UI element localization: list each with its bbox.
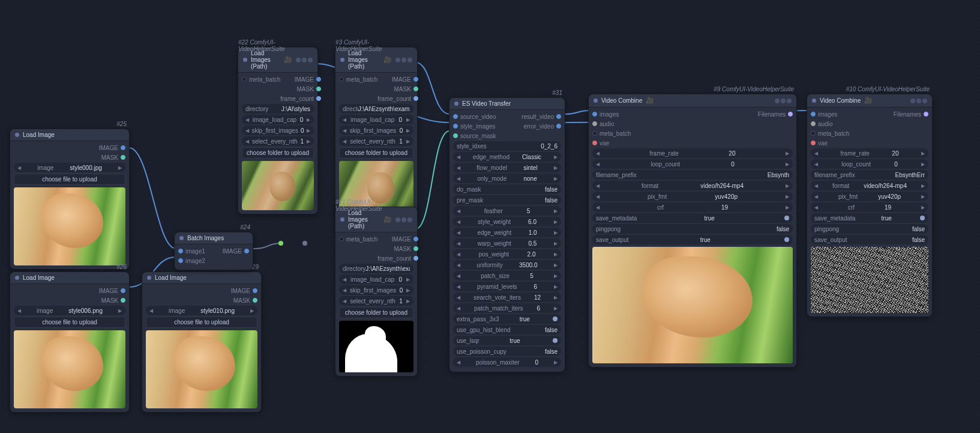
svg-point-0: [278, 241, 283, 246]
widget-edge-weight[interactable]: ◀edge_weight1.0▶: [453, 228, 561, 237]
node-id: #26: [116, 264, 127, 270]
widget-skip-first-images[interactable]: ◀skip_first_images0▶: [339, 126, 413, 135]
widget-filename-prefix[interactable]: filename_prefixEbsynth: [592, 170, 793, 180]
widget-patch-match-iters[interactable]: ◀patch_match_iters6▶: [453, 303, 561, 313]
widget-format[interactable]: ◀formatvideo/h264-mp4▶: [592, 181, 793, 190]
widget-frame-rate[interactable]: ◀frame_rate20▶: [592, 148, 793, 158]
upload-button[interactable]: choose file to upload: [14, 174, 125, 185]
upload-button[interactable]: choose folder to upload: [242, 147, 314, 159]
widget-style-idxes[interactable]: style_idxes0_2_6: [453, 141, 561, 151]
widget-save-output[interactable]: save_outputtrue: [592, 235, 793, 244]
widget-filename-prefix[interactable]: filename_prefixEbsynthErr: [811, 170, 928, 180]
node-load-images-path-11[interactable]: #11 ComfyUI-VideoHelperSuite Load Images…: [335, 207, 418, 377]
preview-image: [14, 330, 125, 408]
widget-frame-rate[interactable]: ◀frame_rate20▶: [811, 148, 928, 158]
vhs-icon: 🎥: [864, 97, 873, 104]
widget-do-mask[interactable]: do_maskfalse: [453, 184, 561, 194]
widget-pix-fmt[interactable]: ◀pix_fmtyuv420p▶: [592, 192, 793, 201]
widget-only-mode[interactable]: ◀only_modenone▶: [453, 174, 561, 183]
widget-feather[interactable]: ◀feather5▶: [453, 206, 561, 216]
preview-image: [811, 247, 928, 313]
widget-uniformity[interactable]: ◀uniformity3500.0▶: [453, 260, 561, 270]
widget-image-load-cap[interactable]: ◀image_load_cap0▶: [242, 115, 314, 124]
node-load-image-25[interactable]: #25 Load Image IMAGE MASK ◀imagestyle000…: [10, 129, 130, 270]
upload-button[interactable]: choose folder to upload: [339, 307, 413, 318]
upload-button[interactable]: choose folder to upload: [339, 147, 413, 159]
preview-image: [242, 161, 314, 210]
upload-button[interactable]: choose file to upload: [146, 316, 257, 328]
widget-select-every-nth[interactable]: ◀select_every_nth1▶: [242, 136, 314, 146]
widget-crf[interactable]: ◀crf19▶: [811, 202, 928, 212]
node-es-video-transfer[interactable]: #31 ES Video Transfer source_video style…: [449, 97, 565, 372]
widget-select-every-nth[interactable]: ◀select_every_nth1▶: [339, 136, 413, 146]
output-image-socket[interactable]: [121, 145, 125, 150]
widget-image-load-cap[interactable]: ◀image_load_cap0▶: [339, 274, 413, 284]
widget-crf[interactable]: ◀crf19▶: [592, 202, 793, 212]
widget-search-vote-iters[interactable]: ◀search_vote_iters12▶: [453, 292, 561, 302]
widget-pyramid-levels[interactable]: ◀pyramid_levels6▶: [453, 282, 561, 291]
widget-extra-pass-3x3[interactable]: extra_pass_3x3true: [453, 314, 561, 324]
widget-poisson-maxiter[interactable]: ◀poisson_maxiter0▶: [453, 357, 561, 367]
directory-input[interactable]: directoryJ:\AI\Ezsynth\examples\mask\ma: [339, 264, 413, 273]
preview-image: [592, 247, 793, 363]
node-load-images-path-3[interactable]: #3 ComfyUI-VideoHelperSuite Load Images …: [335, 47, 418, 217]
widget-style-weight[interactable]: ◀style_weight6.0▶: [453, 217, 561, 226]
file-selector[interactable]: ◀imagestyle006.png▶: [14, 306, 125, 315]
widget-loop-count[interactable]: ◀loop_count0▶: [811, 159, 928, 169]
vhs-icon: 🎥: [284, 56, 292, 64]
vhs-icon: 🎥: [646, 97, 654, 104]
widget-edge-method[interactable]: ◀edge_methodClassic▶: [453, 152, 561, 162]
node-id: #25: [116, 121, 127, 127]
widget-skip-first-images[interactable]: ◀skip_first_images0▶: [339, 285, 413, 295]
widget-use-gpu-hist-blend[interactable]: use_gpu_hist_blendfalse: [453, 325, 561, 335]
widget-save-output[interactable]: save_outputfalse: [811, 235, 928, 244]
svg-point-1: [302, 241, 307, 246]
vhs-icon: 🎥: [383, 216, 392, 223]
widget-flow-model[interactable]: ◀flow_modelsintel▶: [453, 163, 561, 172]
widget-warp-weight[interactable]: ◀warp_weight0.5▶: [453, 238, 561, 248]
widget-loop-count[interactable]: ◀loop_count0▶: [592, 159, 793, 169]
directory-input[interactable]: directoryJ:\AI\styles: [242, 104, 314, 114]
preview-image: [146, 330, 257, 408]
widget-pingpong[interactable]: pingpongfalse: [811, 224, 928, 234]
upload-button[interactable]: choose file to upload: [14, 316, 125, 328]
widget-save-metadata[interactable]: save_metadatatrue: [592, 213, 793, 223]
widget-pre-mask[interactable]: pre_maskfalse: [453, 195, 561, 205]
directory-input[interactable]: directoryJ:\AI\Ezsynth\examples\input: [339, 104, 413, 114]
node-video-combine-9[interactable]: #9 ComfyUI-VideoHelperSuite Video Combin…: [588, 94, 797, 368]
node-load-image-29[interactable]: #29 Load Image IMAGE MASK ◀imagestyle010…: [142, 271, 262, 413]
node-batch-images[interactable]: #24 Batch Images image1 image2 IMAGE: [174, 232, 253, 270]
preview-image: [339, 321, 413, 372]
file-selector[interactable]: ◀imagestyle010.png▶: [146, 306, 257, 315]
widget-use-poisson-cupy[interactable]: use_poisson_cupyfalse: [453, 347, 561, 356]
preview-image: [14, 187, 125, 265]
widget-format[interactable]: ◀formatvideo/h264-mp4▶: [811, 181, 928, 190]
vhs-icon: 🎥: [383, 56, 392, 64]
widget-pingpong[interactable]: pingpongfalse: [592, 224, 793, 234]
widget-use-lsqr[interactable]: use_lsqrtrue: [453, 336, 561, 345]
widget-select-every-nth[interactable]: ◀select_every_nth1▶: [339, 296, 413, 306]
widget-skip-first-images[interactable]: ◀skip_first_images0▶: [242, 126, 314, 135]
node-video-combine-10[interactable]: #10 ComfyUI-VideoHelperSuite Video Combi…: [807, 94, 933, 317]
widget-save-metadata[interactable]: save_metadatatrue: [811, 213, 928, 223]
widget-pos-weight[interactable]: ◀pos_weight2.0▶: [453, 249, 561, 259]
widget-patch-size[interactable]: ◀patch_size5▶: [453, 271, 561, 280]
widget-image-load-cap[interactable]: ◀image_load_cap0▶: [339, 115, 413, 124]
file-selector[interactable]: ◀imagestyle000.jpg▶: [14, 163, 125, 172]
node-load-images-path-22[interactable]: #22 ComfyUI-VideoHelperSuite Load Images…: [238, 47, 318, 214]
widget-pix-fmt[interactable]: ◀pix_fmtyuv420p▶: [811, 192, 928, 201]
output-mask-socket[interactable]: [121, 155, 125, 160]
node-title: Load Image: [23, 132, 55, 138]
node-load-image-26[interactable]: #26 Load Image IMAGE MASK ◀imagestyle006…: [10, 271, 130, 413]
